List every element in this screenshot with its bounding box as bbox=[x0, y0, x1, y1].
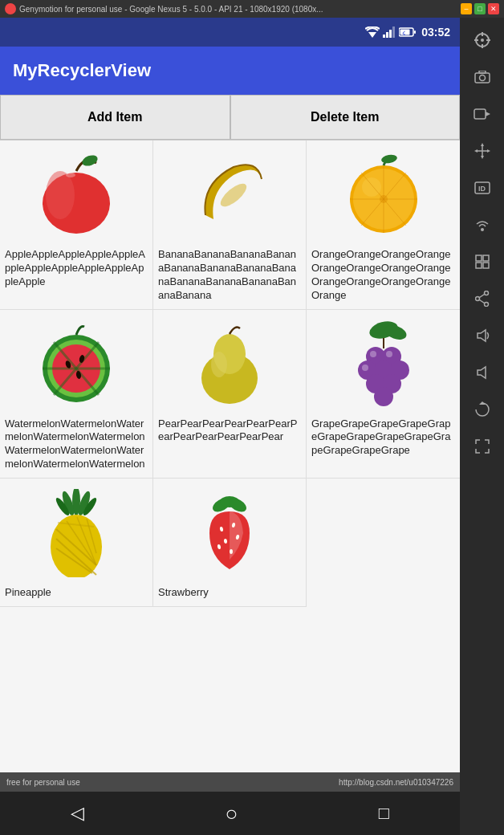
app-bar: MyRecyclerView bbox=[0, 47, 460, 95]
status-icons: ☇ bbox=[365, 26, 417, 38]
recents-button[interactable]: □ bbox=[379, 803, 389, 824]
pear-label: PearPearPearPearPearPearPearPearPearPear… bbox=[158, 418, 301, 445]
svg-point-72 bbox=[481, 39, 484, 42]
apple-image bbox=[24, 147, 128, 243]
list-item: Pineapple bbox=[0, 479, 153, 607]
svg-marker-81 bbox=[486, 112, 490, 116]
svg-point-70 bbox=[230, 549, 233, 554]
svg-point-16 bbox=[362, 177, 381, 197]
list-item: BananaBananaBananaBananaBananaBananaBana… bbox=[153, 141, 307, 310]
svg-rect-2 bbox=[386, 32, 388, 38]
list-item: GrapeGrapeGrapeGrapeGrapeGrapeGrapeGrape… bbox=[307, 310, 460, 479]
orange-image bbox=[331, 147, 436, 243]
list-item: WatermelonWatermelonWatermelonWatermelon… bbox=[0, 310, 153, 479]
gps-icon[interactable] bbox=[468, 26, 497, 55]
svg-point-34 bbox=[211, 352, 227, 377]
close-btn[interactable]: ✕ bbox=[488, 3, 499, 14]
watermark-right: http://blog.csdn.net/u010347226 bbox=[339, 778, 453, 787]
svg-marker-86 bbox=[474, 149, 478, 153]
orange-label: OrangeOrangeOrangeOrangeOrangeOrangeOran… bbox=[311, 248, 455, 303]
move-icon[interactable] bbox=[468, 136, 497, 165]
pineapple-label: Pineapple bbox=[5, 586, 148, 600]
svg-point-96 bbox=[484, 303, 488, 307]
wifi-panel-icon[interactable] bbox=[468, 210, 497, 239]
signal-icon bbox=[383, 26, 396, 38]
right-panel: ID bbox=[460, 18, 504, 835]
banana-label: BananaBananaBananaBananaBananaBananaBana… bbox=[158, 248, 301, 303]
window-controls[interactable]: – □ ✕ bbox=[461, 3, 499, 14]
svg-rect-80 bbox=[474, 109, 486, 119]
svg-rect-92 bbox=[483, 255, 489, 261]
app-title: MyRecyclerView bbox=[13, 60, 151, 81]
svg-marker-100 bbox=[478, 330, 486, 341]
status-bar: ☇ 03:52 bbox=[0, 18, 460, 47]
svg-rect-3 bbox=[389, 30, 392, 38]
share-icon[interactable] bbox=[468, 284, 497, 313]
pear-image bbox=[177, 316, 282, 413]
battery-icon: ☇ bbox=[399, 27, 417, 37]
add-item-button[interactable]: Add Item bbox=[0, 95, 230, 140]
wifi-icon bbox=[365, 26, 380, 38]
volume-up-icon[interactable] bbox=[468, 321, 497, 350]
video-icon[interactable] bbox=[468, 100, 497, 128]
svg-point-10 bbox=[46, 171, 75, 219]
svg-point-12 bbox=[66, 173, 75, 177]
fruit-list: AppleAppleAppleAppleAppleAppleAppleApple… bbox=[0, 141, 460, 792]
svg-point-95 bbox=[484, 291, 488, 295]
svg-text:☇: ☇ bbox=[402, 31, 405, 36]
watermelon-label: WatermelonWatermelonWatermelonWatermelon… bbox=[5, 418, 148, 472]
svg-rect-6 bbox=[414, 31, 416, 34]
title-bar: Genymotion for personal use - Google Nex… bbox=[0, 0, 504, 18]
svg-line-98 bbox=[479, 295, 484, 298]
svg-point-48 bbox=[362, 365, 368, 371]
nav-bar: ◁ ○ □ bbox=[0, 792, 460, 835]
svg-marker-101 bbox=[478, 367, 486, 378]
action-buttons: Add Item Delete Item bbox=[0, 95, 460, 141]
rotate-icon[interactable] bbox=[468, 395, 497, 424]
window-title: Genymotion for personal use - Google Nex… bbox=[19, 5, 323, 14]
list-item: OrangeOrangeOrangeOrangeOrangeOrangeOran… bbox=[307, 141, 460, 310]
grid-icon[interactable] bbox=[468, 247, 497, 276]
svg-marker-84 bbox=[481, 143, 484, 146]
svg-rect-1 bbox=[383, 35, 385, 38]
banana-image bbox=[177, 147, 282, 243]
app-icon bbox=[5, 3, 16, 14]
minimize-btn[interactable]: – bbox=[461, 3, 472, 14]
list-item: Strawberry bbox=[153, 479, 307, 607]
fruit-grid: AppleAppleAppleAppleAppleAppleAppleApple… bbox=[0, 141, 460, 607]
grape-label: GrapeGrapeGrapeGrapeGrapeGrapeGrapeGrape… bbox=[311, 418, 455, 458]
delete-item-button[interactable]: Delete Item bbox=[230, 95, 461, 140]
watermark-left: free for personal use bbox=[6, 778, 80, 787]
svg-point-46 bbox=[370, 351, 376, 357]
svg-rect-93 bbox=[476, 263, 482, 268]
grape-image bbox=[331, 316, 436, 413]
svg-point-97 bbox=[475, 297, 479, 301]
svg-point-11 bbox=[81, 153, 100, 168]
svg-marker-85 bbox=[481, 156, 484, 159]
strawberry-image bbox=[177, 485, 282, 581]
svg-line-99 bbox=[479, 300, 484, 303]
list-item: AppleAppleAppleAppleAppleAppleAppleApple… bbox=[0, 141, 153, 310]
back-button[interactable]: ◁ bbox=[71, 803, 84, 824]
svg-rect-94 bbox=[483, 263, 489, 268]
svg-marker-87 bbox=[487, 149, 490, 153]
svg-rect-4 bbox=[392, 26, 395, 38]
camera-icon[interactable] bbox=[468, 63, 497, 92]
status-time: 03:52 bbox=[421, 26, 450, 39]
resize-icon[interactable] bbox=[468, 432, 497, 461]
maximize-btn[interactable]: □ bbox=[474, 3, 486, 14]
svg-rect-79 bbox=[479, 71, 486, 73]
svg-point-90 bbox=[481, 228, 484, 231]
svg-rect-91 bbox=[476, 255, 482, 261]
id-icon[interactable]: ID bbox=[468, 173, 497, 202]
svg-point-78 bbox=[479, 75, 485, 81]
watermelon-image bbox=[24, 316, 128, 413]
svg-point-45 bbox=[374, 387, 393, 406]
list-item: PearPearPearPearPearPearPearPearPearPear… bbox=[153, 310, 307, 479]
svg-marker-0 bbox=[368, 32, 376, 38]
home-button[interactable]: ○ bbox=[225, 801, 238, 826]
svg-point-47 bbox=[386, 351, 392, 357]
pineapple-image bbox=[24, 485, 128, 581]
volume-down-icon[interactable] bbox=[468, 358, 497, 387]
watermark: free for personal use http://blog.csdn.n… bbox=[0, 772, 460, 792]
